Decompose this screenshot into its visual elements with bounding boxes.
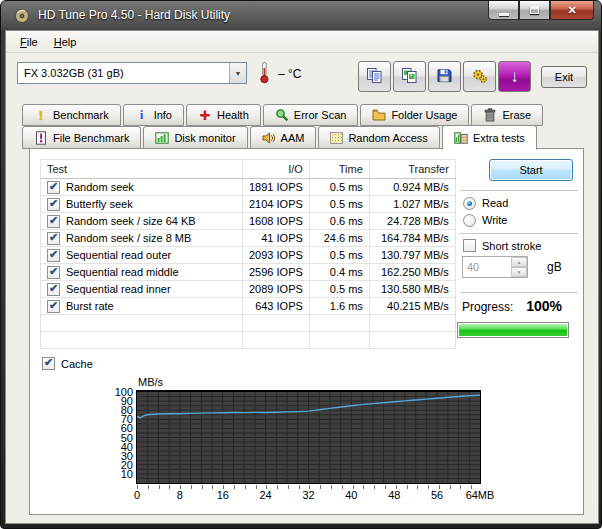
short-stroke-checkbox[interactable]	[463, 239, 476, 252]
extra-tests-panel: Test I/O Time Transfer ✔Random seek1891 …	[29, 148, 584, 515]
time-value: 0.4 ms	[309, 264, 369, 281]
file-benchmark-icon	[34, 131, 48, 145]
download-arrow-icon: ↓	[510, 68, 519, 85]
transfer-rate-chart	[136, 390, 481, 484]
table-row: ✔Butterfly seek2104 IOPS0.5 ms1.027 MB/s	[41, 196, 456, 213]
io-value: 2093 IOPS	[243, 247, 310, 264]
y-tick-label: 100	[92, 386, 133, 398]
menu-help[interactable]: Help	[46, 33, 85, 51]
tab-aam[interactable]: AAM	[250, 126, 317, 149]
spin-up-icon[interactable]: ▲	[511, 257, 527, 267]
progress-percent: 100%	[482, 298, 562, 314]
capacity-input[interactable]	[463, 257, 511, 277]
x-tick-label: 24	[260, 489, 272, 501]
save-button[interactable]	[428, 61, 461, 92]
empty-row	[41, 315, 456, 332]
test-checkbox[interactable]: ✔	[47, 300, 60, 313]
table-row: ✔Sequential read outer2093 IOPS0.5 ms130…	[41, 247, 456, 264]
io-value: 1891 IOPS	[243, 179, 310, 196]
column-header-time: Time	[309, 160, 369, 179]
write-radio[interactable]	[463, 214, 476, 227]
test-name: Butterfly seek	[66, 198, 133, 210]
copy-image-button[interactable]	[393, 61, 426, 92]
test-checkbox[interactable]: ✔	[47, 181, 60, 194]
test-name: Sequential read middle	[66, 266, 179, 278]
transfer-value: 130.797 MB/s	[369, 247, 455, 264]
test-checkbox[interactable]: ✔	[47, 266, 60, 279]
write-option[interactable]: Write	[463, 213, 507, 227]
tab-info[interactable]: i Info	[123, 104, 184, 126]
exit-button[interactable]: Exit	[541, 66, 587, 88]
cache-checkbox[interactable]: ✔	[42, 357, 55, 370]
trash-icon	[483, 108, 497, 122]
tab-error-scan[interactable]: Error Scan	[263, 104, 359, 126]
client-area: File Help FX 3.032GB (31 gB) ▼ – °C ↓ Ex…	[5, 30, 599, 524]
progress-bar-fill	[459, 324, 567, 336]
read-option[interactable]: Read	[463, 196, 508, 210]
close-button[interactable]: ✕	[550, 1, 594, 20]
copy-text-button[interactable]	[358, 61, 391, 92]
test-name: Random seek / size 64 KB	[66, 215, 196, 227]
x-tick-label: 8	[177, 489, 183, 501]
io-value: 2104 IOPS	[243, 196, 310, 213]
chart-y-axis-unit: MB/s	[138, 376, 163, 388]
folder-icon	[372, 108, 386, 122]
tab-health[interactable]: ✚ Health	[186, 104, 261, 126]
health-cross-icon: ✚	[198, 108, 212, 122]
copy-image-icon	[401, 67, 418, 86]
test-checkbox[interactable]: ✔	[47, 198, 60, 211]
title-bar[interactable]: HD Tune Pro 4.50 - Hard Disk Utility ✕	[1, 1, 601, 30]
tab-erase[interactable]: Erase	[471, 104, 543, 126]
copy-text-icon	[366, 67, 383, 86]
tab-file-benchmark[interactable]: File Benchmark	[22, 126, 141, 149]
tab-extra-tests[interactable]: Extra tests	[442, 125, 537, 150]
io-value: 643 IOPS	[243, 298, 310, 315]
cache-option: ✔ Cache	[42, 357, 93, 370]
table-row: ✔Random seek1891 IOPS0.5 ms0.924 MB/s	[41, 179, 456, 196]
time-value: 0.5 ms	[309, 196, 369, 213]
time-value: 0.5 ms	[309, 281, 369, 298]
x-tick-label: 48	[388, 489, 400, 501]
start-button[interactable]: Start	[489, 159, 573, 181]
test-checkbox[interactable]: ✔	[47, 249, 60, 262]
x-tick-label: 40	[345, 489, 357, 501]
info-icon: i	[135, 108, 149, 122]
chevron-down-icon[interactable]: ▼	[229, 63, 246, 83]
test-name: Burst rate	[66, 300, 114, 312]
maximize-icon	[530, 6, 539, 14]
update-button[interactable]: ↓	[498, 61, 531, 92]
transfer-value: 162.250 MB/s	[369, 264, 455, 281]
read-radio[interactable]	[463, 197, 476, 210]
test-checkbox[interactable]: ✔	[47, 232, 60, 245]
x-tick-label: 64MB	[466, 489, 495, 501]
minimize-button[interactable]	[488, 1, 519, 20]
io-value: 41 IOPS	[243, 230, 310, 247]
maximize-button[interactable]	[519, 1, 550, 20]
minimize-icon	[499, 13, 509, 16]
capacity-spinner[interactable]: ▲ ▼	[462, 256, 528, 278]
transfer-value: 164.784 MB/s	[369, 230, 455, 247]
time-value: 0.5 ms	[309, 247, 369, 264]
tab-benchmark[interactable]: ! Benchmark	[22, 104, 121, 126]
cache-label: Cache	[61, 358, 93, 370]
options-button[interactable]	[463, 61, 496, 92]
io-value: 1608 IOPS	[243, 213, 310, 230]
test-checkbox[interactable]: ✔	[47, 215, 60, 228]
table-row: ✔Burst rate643 IOPS1.6 ms40.215 MB/s	[41, 298, 456, 315]
table-row: ✔Random seek / size 64 KB1608 IOPS0.6 ms…	[41, 213, 456, 230]
test-name: Sequential read outer	[66, 249, 171, 261]
table-row: ✔Sequential read inner2089 IOPS0.5 ms130…	[41, 281, 456, 298]
tab-folder-usage[interactable]: Folder Usage	[360, 104, 469, 126]
results-table: Test I/O Time Transfer ✔Random seek1891 …	[40, 159, 456, 349]
test-checkbox[interactable]: ✔	[47, 283, 60, 296]
capacity-unit-label: gB	[547, 260, 562, 274]
tab-disk-monitor[interactable]: Disk monitor	[143, 126, 247, 149]
random-access-icon	[330, 132, 343, 144]
drive-select[interactable]: FX 3.032GB (31 gB) ▼	[17, 62, 247, 84]
transfer-value: 40.215 MB/s	[369, 298, 455, 315]
test-name: Sequential read inner	[66, 283, 171, 295]
spin-down-icon[interactable]: ▼	[511, 267, 527, 277]
tab-strip-row2: File Benchmark Disk monitor AAM Random A…	[22, 126, 537, 149]
menu-file[interactable]: File	[12, 33, 46, 51]
tab-random-access[interactable]: Random Access	[318, 126, 439, 149]
